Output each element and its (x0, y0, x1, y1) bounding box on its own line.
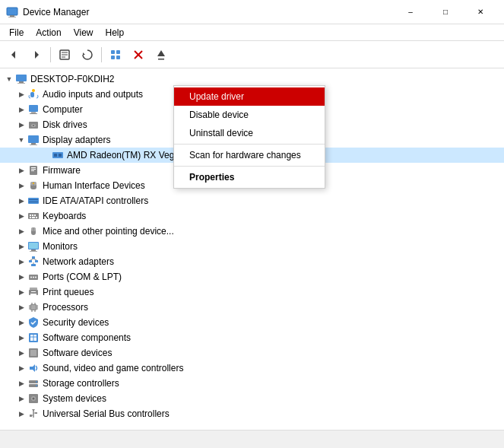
context-menu-scan-hardware[interactable]: Scan for hardware changes (174, 146, 325, 164)
svg-point-42 (33, 183, 34, 184)
svg-rect-48 (32, 214, 33, 216)
sw-comp-expander[interactable]: ▶ (15, 332, 27, 344)
mouse-icon (27, 225, 40, 237)
minimize-button[interactable]: – (393, 0, 428, 24)
tree-item-usb[interactable]: ▶ Universal Serial Bus controllers (0, 406, 504, 421)
audio-expander[interactable]: ▶ (15, 88, 27, 100)
tree-item-storage[interactable]: ▶ Storage controllers (0, 376, 504, 391)
tree-item-processor-label: Processors (43, 302, 88, 313)
print-icon (27, 286, 40, 298)
toolbar-refresh[interactable] (77, 44, 98, 65)
toolbar-update[interactable] (151, 44, 172, 65)
close-button[interactable]: ✕ (463, 0, 498, 24)
tree-item-system[interactable]: ▶ System devices (0, 391, 504, 406)
ide-icon (27, 195, 40, 207)
processor-expander[interactable]: ▶ (15, 301, 27, 313)
context-menu-uninstall-device[interactable]: Uninstall device (174, 124, 325, 142)
svg-rect-10 (111, 50, 115, 54)
display-expander[interactable]: ▼ (15, 134, 27, 146)
menu-action[interactable]: Action (30, 26, 67, 40)
toolbar-sep1 (50, 47, 51, 62)
context-menu-properties[interactable]: Properties (174, 168, 325, 186)
tree-item-ports[interactable]: ▶ Ports (COM & LPT) (0, 269, 504, 284)
sw-dev-expander[interactable]: ▶ (15, 347, 27, 359)
tree-item-software-dev[interactable]: ▶ Software devices (0, 345, 504, 361)
sound-expander[interactable]: ▶ (15, 362, 27, 374)
svg-point-69 (33, 277, 34, 278)
toolbar-remove[interactable] (128, 44, 149, 65)
menu-file[interactable]: File (3, 26, 30, 40)
root-expander[interactable]: ▼ (3, 73, 15, 85)
tree-item-keyboard[interactable]: ▶ Keyboards (0, 208, 504, 224)
context-menu-update-driver[interactable]: Update driver (174, 87, 325, 106)
toolbar-sep2 (101, 47, 102, 62)
processor-icon (27, 301, 40, 313)
tree-item-mouse[interactable]: ▶ Mice and other pointing device... (0, 224, 504, 239)
network-icon (27, 256, 40, 268)
status-bar (0, 430, 504, 448)
print-expander[interactable]: ▶ (15, 286, 27, 298)
svg-point-68 (30, 277, 32, 278)
tree-item-audio-label: Audio inputs and outputs (43, 89, 143, 100)
menu-bar: File Action View Help (0, 24, 504, 41)
computer-expander[interactable]: ▶ (15, 103, 27, 116)
svg-marker-4 (35, 51, 39, 59)
tree-root[interactable]: ▼ DESKTOP-F0KDIH2 (0, 71, 504, 87)
menu-help[interactable]: Help (100, 26, 131, 40)
tree-item-security-label: Security devices (43, 317, 109, 328)
software-dev-icon (27, 347, 40, 359)
tree-item-security[interactable]: ▶ Security devices (0, 315, 504, 330)
title-bar-text: Device Manager (23, 7, 388, 17)
title-bar: Device Manager – □ ✕ (0, 0, 504, 24)
tree-item-ide[interactable]: ▶ IDE ATA/ATAPI controllers (0, 193, 504, 208)
ide-expander[interactable]: ▶ (15, 195, 27, 207)
ports-expander[interactable]: ▶ (15, 271, 27, 283)
storage-expander[interactable]: ▶ (15, 377, 27, 389)
disk-expander[interactable]: ▶ (15, 119, 27, 131)
network-expander[interactable]: ▶ (15, 256, 27, 268)
maximize-button[interactable]: □ (428, 0, 463, 24)
svg-rect-65 (31, 264, 36, 266)
tree-item-usb-label: Universal Serial Bus controllers (43, 408, 170, 419)
title-bar-controls: – □ ✕ (393, 0, 498, 24)
system-expander[interactable]: ▶ (15, 392, 27, 405)
tree-item-monitor[interactable]: ▶ Monitors (0, 239, 504, 254)
toolbar-forward[interactable] (26, 44, 47, 65)
firmware-expander[interactable]: ▶ (15, 164, 27, 176)
toolbar-properties[interactable] (54, 44, 75, 65)
svg-rect-21 (30, 92, 34, 97)
security-expander[interactable]: ▶ (15, 316, 27, 329)
svg-rect-74 (31, 291, 36, 292)
tree-item-processor[interactable]: ▶ Processors (0, 300, 504, 315)
software-comp-icon (27, 332, 40, 344)
tree-item-sw-dev-label: Software devices (43, 348, 112, 358)
tree-item-print-label: Print queues (43, 287, 94, 297)
tree-item-system-label: System devices (43, 393, 106, 404)
tree-item-display-label: Display adapters (43, 135, 110, 145)
hid-icon (27, 180, 40, 192)
monitor-expander[interactable]: ▶ (15, 240, 27, 253)
disk-icon (27, 119, 40, 131)
tree-item-print[interactable]: ▶ Print queues (0, 284, 504, 300)
svg-rect-60 (32, 256, 35, 259)
keyboard-expander[interactable]: ▶ (15, 210, 27, 222)
mouse-expander[interactable]: ▶ (15, 225, 27, 237)
context-menu-disable-device[interactable]: Disable device (174, 106, 325, 124)
usb-expander[interactable]: ▶ (15, 408, 27, 420)
tree-item-network[interactable]: ▶ Network adapters (0, 254, 504, 269)
toolbar-back[interactable] (3, 44, 24, 65)
tree-item-computer-label: Computer (43, 104, 83, 115)
menu-view[interactable]: View (68, 26, 100, 40)
svg-rect-61 (29, 260, 32, 262)
tree-item-storage-label: Storage controllers (43, 378, 119, 389)
hid-expander[interactable]: ▶ (15, 180, 27, 192)
context-menu: Update driver Disable device Uninstall d… (173, 85, 325, 189)
tree-item-software-comp[interactable]: ▶ Software components (0, 330, 504, 345)
svg-rect-71 (30, 288, 37, 290)
svg-line-63 (30, 259, 33, 260)
toolbar-scan[interactable] (105, 44, 126, 65)
svg-rect-47 (30, 214, 31, 216)
svg-rect-20 (17, 83, 25, 84)
svg-rect-30 (31, 143, 36, 145)
tree-item-sound[interactable]: ▶ Sound, video and game controllers (0, 361, 504, 376)
